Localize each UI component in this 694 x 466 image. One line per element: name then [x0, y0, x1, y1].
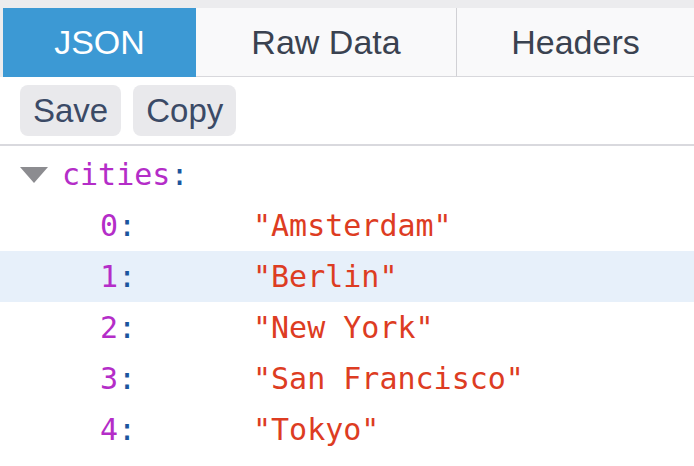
object-key: cities	[62, 157, 170, 192]
tree-row-1-selected[interactable]: 1: "Berlin"	[0, 251, 694, 302]
key-colon: :	[118, 310, 136, 345]
json-viewer-panel: JSON Raw Data Headers Save Copy cities: …	[0, 0, 694, 466]
string-value: "New York"	[253, 310, 434, 345]
array-index: 2	[100, 310, 118, 345]
array-index: 4	[100, 412, 118, 447]
tab-bar: JSON Raw Data Headers	[0, 0, 694, 77]
tree-row-4[interactable]: 4: "Tokyo"	[0, 404, 694, 455]
string-value: "San Francisco"	[253, 361, 524, 396]
string-value: "Berlin"	[253, 259, 398, 294]
tree-row-cities[interactable]: cities:	[0, 149, 694, 200]
tab-json-label: JSON	[54, 23, 145, 62]
key-colon: :	[170, 157, 188, 192]
tab-json[interactable]: JSON	[3, 8, 196, 77]
tab-raw-data[interactable]: Raw Data	[196, 8, 456, 77]
json-toolbar: Save Copy	[0, 77, 694, 146]
tree-row-0[interactable]: 0: "Amsterdam"	[0, 200, 694, 251]
tab-headers-label: Headers	[511, 23, 640, 62]
string-value: "Tokyo"	[253, 412, 379, 447]
string-value: "Amsterdam"	[253, 208, 452, 243]
array-index: 0	[100, 208, 118, 243]
array-index: 1	[100, 259, 118, 294]
save-button[interactable]: Save	[20, 85, 121, 136]
key-colon: :	[118, 412, 136, 447]
tree-row-2[interactable]: 2: "New York"	[0, 302, 694, 353]
json-tree: cities: 0: "Amsterdam" 1: "Berlin" 2: "N…	[0, 146, 694, 455]
copy-button[interactable]: Copy	[133, 85, 236, 136]
array-index: 3	[100, 361, 118, 396]
key-colon: :	[118, 259, 136, 294]
tab-raw-data-label: Raw Data	[251, 23, 400, 62]
tree-row-3[interactable]: 3: "San Francisco"	[0, 353, 694, 404]
key-colon: :	[118, 361, 136, 396]
tab-headers[interactable]: Headers	[456, 8, 694, 77]
expand-arrow-icon[interactable]	[20, 167, 48, 183]
key-colon: :	[118, 208, 136, 243]
